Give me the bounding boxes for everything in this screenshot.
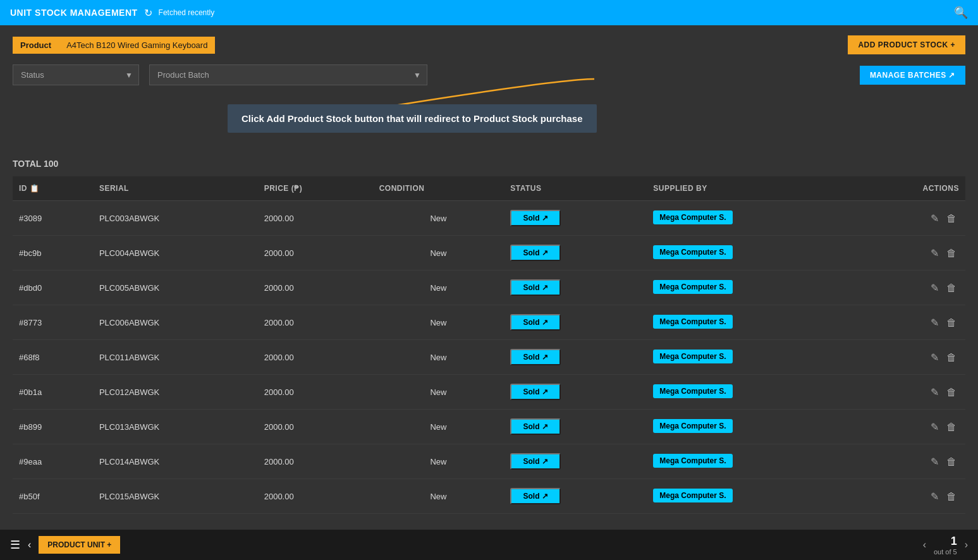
status-badge[interactable]: Sold ↗ (510, 279, 561, 296)
edit-icon[interactable]: ✎ (931, 352, 939, 363)
bottom-bar: ☰ ‹ PRODUCT UNIT + ‹ 1 out of 5 › (0, 530, 978, 560)
cell-status: Sold ↗ (504, 410, 647, 444)
cell-serial: PLC005ABWGK (93, 271, 258, 305)
edit-icon[interactable]: ✎ (931, 213, 939, 224)
cell-actions: ✎ 🗑 (855, 201, 965, 236)
search-icon[interactable]: 🔍 (954, 6, 968, 20)
supplier-badge[interactable]: Mega Computer S. (653, 210, 732, 224)
delete-icon[interactable]: 🗑 (946, 491, 957, 502)
cell-id: #0b1a (13, 375, 93, 410)
product-unit-button[interactable]: PRODUCT UNIT + (39, 536, 120, 554)
supplier-badge[interactable]: Mega Computer S. (653, 245, 732, 259)
supplier-badge[interactable]: Mega Computer S. (653, 489, 732, 502)
cell-condition: New (373, 236, 504, 271)
edit-icon[interactable]: ✎ (931, 422, 939, 432)
status-badge[interactable]: Sold ↗ (510, 488, 561, 504)
next-page-button[interactable]: › (965, 539, 968, 551)
cell-id: #9eaa (13, 444, 93, 479)
cell-status: Sold ↗ (504, 305, 647, 340)
table-row: #3089 PLC003ABWGK 2000.00 New Sold ↗ Meg… (13, 201, 965, 236)
status-badge[interactable]: Sold ↗ (510, 314, 561, 331)
status-badge[interactable]: Sold ↗ (510, 418, 561, 435)
col-id: ID 📋 (13, 176, 93, 201)
edit-icon[interactable]: ✎ (931, 491, 939, 502)
edit-icon[interactable]: ✎ (931, 248, 939, 259)
cell-price: 2000.00 (258, 444, 373, 479)
out-of-pages: out of 5 (934, 548, 957, 556)
edit-icon[interactable]: ✎ (931, 456, 939, 467)
current-page: 1 (951, 535, 957, 547)
page-info: 1 out of 5 (934, 535, 957, 556)
total-row: TOTAL 100 (13, 159, 965, 169)
delete-icon[interactable]: 🗑 (946, 422, 957, 432)
status-badge[interactable]: Sold ↗ (510, 210, 561, 226)
edit-icon[interactable]: ✎ (931, 387, 939, 398)
table-header: ID 📋 SERIAL PRICE (₱) CONDITION STATUS S… (13, 176, 965, 201)
cell-price: 2000.00 (258, 375, 373, 410)
col-status: STATUS (504, 176, 647, 201)
cell-condition: New (373, 444, 504, 479)
cell-actions: ✎ 🗑 (855, 340, 965, 375)
supplier-badge[interactable]: Mega Computer S. (653, 280, 732, 294)
supplier-badge[interactable]: Mega Computer S. (653, 419, 732, 433)
back-icon[interactable]: ‹ (28, 539, 31, 551)
cell-status: Sold ↗ (504, 201, 647, 236)
supplier-badge[interactable]: Mega Computer S. (653, 350, 732, 363)
delete-icon[interactable]: 🗑 (946, 387, 957, 398)
cell-status: Sold ↗ (504, 340, 647, 375)
table-row: #8773 PLC006ABWGK 2000.00 New Sold ↗ Meg… (13, 305, 965, 340)
cell-supplier: Mega Computer S. (647, 479, 855, 514)
cell-price: 2000.00 (258, 305, 373, 340)
col-actions: ACTIONS (855, 176, 965, 201)
delete-icon[interactable]: 🗑 (946, 248, 957, 259)
supplier-badge[interactable]: Mega Computer S. (653, 315, 732, 329)
cell-supplier: Mega Computer S. (647, 444, 855, 479)
delete-icon[interactable]: 🗑 (946, 456, 957, 467)
status-filter-wrapper: Status ▼ (13, 64, 139, 85)
delete-icon[interactable]: 🗑 (946, 352, 957, 363)
cell-price: 2000.00 (258, 201, 373, 236)
cell-condition: New (373, 410, 504, 444)
cell-id: #b50f (13, 479, 93, 514)
total-label: TOTAL 100 (13, 159, 58, 169)
cell-id: #3089 (13, 201, 93, 236)
app-title: UNIT STOCK MANAGEMENT (10, 8, 138, 18)
delete-icon[interactable]: 🗑 (946, 283, 957, 293)
cell-serial: PLC014ABWGK (93, 444, 258, 479)
cell-id: #8773 (13, 305, 93, 340)
callout-text: Click Add Product Stock button that will… (241, 113, 583, 124)
bottom-left: ☰ ‹ PRODUCT UNIT + (10, 536, 120, 554)
refresh-icon[interactable]: ↻ (144, 7, 152, 19)
cell-actions: ✎ 🗑 (855, 236, 965, 271)
delete-icon[interactable]: 🗑 (946, 317, 957, 328)
status-filter[interactable]: Status (13, 64, 139, 85)
supplier-badge[interactable]: Mega Computer S. (653, 454, 732, 468)
status-badge[interactable]: Sold ↗ (510, 245, 561, 261)
col-condition: CONDITION (373, 176, 504, 201)
supplier-badge[interactable]: Mega Computer S. (653, 384, 732, 398)
cell-status: Sold ↗ (504, 271, 647, 305)
status-badge[interactable]: Sold ↗ (510, 384, 561, 400)
cell-serial: PLC013ABWGK (93, 410, 258, 444)
edit-icon[interactable]: ✎ (931, 317, 939, 328)
cell-condition: New (373, 479, 504, 514)
cell-condition: New (373, 375, 504, 410)
manage-batches-button[interactable]: MANAGE BATCHES ↗ (860, 66, 965, 85)
hamburger-icon[interactable]: ☰ (10, 538, 20, 552)
cell-supplier: Mega Computer S. (647, 236, 855, 271)
cell-serial: PLC006ABWGK (93, 305, 258, 340)
cell-serial: PLC015ABWGK (93, 479, 258, 514)
prev-page-button[interactable]: ‹ (923, 539, 926, 551)
edit-icon[interactable]: ✎ (931, 283, 939, 293)
delete-icon[interactable]: 🗑 (946, 213, 957, 224)
cell-price: 2000.00 (258, 410, 373, 444)
stock-table: ID 📋 SERIAL PRICE (₱) CONDITION STATUS S… (13, 176, 965, 514)
status-badge[interactable]: Sold ↗ (510, 349, 561, 365)
status-badge[interactable]: Sold ↗ (510, 453, 561, 470)
cell-serial: PLC004ABWGK (93, 236, 258, 271)
cell-supplier: Mega Computer S. (647, 271, 855, 305)
callout-area: Click Add Product Stock button that will… (13, 92, 965, 149)
add-product-stock-button[interactable]: ADD PRODUCT STOCK + (848, 35, 965, 54)
cell-id: #68f8 (13, 340, 93, 375)
cell-condition: New (373, 305, 504, 340)
